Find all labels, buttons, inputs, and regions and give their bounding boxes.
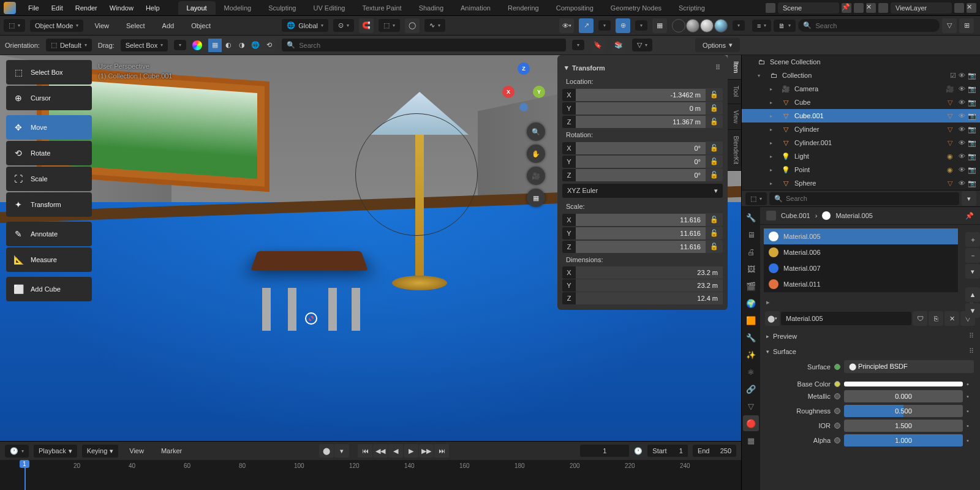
gizmo-y-axis[interactable]: Y [533,86,545,98]
loc-x-lock-icon[interactable]: 🔓 [706,88,723,101]
mat-copy-icon[interactable]: ⎘ [929,311,943,326]
eye-icon[interactable]: 👁 [959,153,965,160]
sidetab-item[interactable]: Item [728,55,741,80]
eye-icon[interactable]: 👁 [959,85,965,93]
mat-down-icon[interactable]: ▼ [965,303,980,318]
tab-scripting[interactable]: Scripting [670,1,714,15]
rot-y-field[interactable]: 0° [576,156,706,168]
outliner-item-cylinder[interactable]: ▸ ▽ Cylinder ▽ 👁📷 [742,123,980,136]
ior-menu-icon[interactable]: • [967,422,974,429]
axis-toggle-2[interactable]: ◐ [222,39,235,52]
ptab-render[interactable]: 🖥 [743,227,759,243]
orientation-dropdown[interactable]: 🌐 Global▾ [282,19,328,32]
filter-dropdown[interactable]: ▽▾ [632,39,652,51]
breadcrumb-mat[interactable]: Material.005 [835,212,873,219]
tab-sculpting[interactable]: Sculpting [260,1,304,15]
outliner-item-light[interactable]: ▸ 💡 Light ◉ 👁📷 [742,149,980,163]
gizmo-toggle-icon[interactable]: ↗ [579,18,594,33]
scale-y-field[interactable]: 11.616 [576,227,706,239]
overlay-toggle-icon[interactable]: ⊕ [616,18,630,33]
outliner-display-dropdown[interactable]: 🗎▾ [774,20,796,32]
axis-toggle-5[interactable]: ⟲ [262,39,276,52]
surface-panel-header[interactable]: ▾Surface⠿ [760,344,980,359]
material-slot-material-007[interactable]: Material.007 [764,260,958,276]
playhead[interactable]: 1 [24,460,26,490]
menu-render[interactable]: Render [69,2,104,14]
ptab-viewlayer[interactable]: 🖼 [743,261,759,277]
gizmo-z-axis[interactable]: Z [518,62,530,75]
mat-fakeuser-icon[interactable]: 🛡 [913,311,927,326]
transform-header[interactable]: ▾Transform⠿ [557,60,728,75]
xray-icon[interactable]: ▦ [652,18,667,33]
render-icon[interactable]: 📷 [968,139,976,147]
bookmark-icon[interactable]: 🔖 [590,38,605,53]
pin-icon[interactable]: 📌 [842,3,851,13]
tool-scale[interactable]: ⛶Scale [6,167,92,191]
menu-file[interactable]: File [22,2,45,14]
tab-shading[interactable]: Shading [410,1,452,15]
outliner-collection[interactable]: ▾🗀Collection ☑👁📷 [742,69,980,82]
loc-y-field[interactable]: 0 m [576,102,706,115]
ptab-data[interactable]: ▽ [743,398,759,414]
nav-gizmo[interactable]: Z X Y [502,62,545,105]
render-icon[interactable]: 📷 [968,126,976,134]
outliner-item-cylinder-001[interactable]: ▸ ▽ Cylinder.001 ▽ 👁📷 [742,136,980,149]
jump-start-icon[interactable]: ⏮ [358,444,372,458]
play-reverse-icon[interactable]: ◀ [388,444,403,458]
overlay-dropdown[interactable]: ▾ [635,20,647,31]
visibility-icon[interactable]: 👁▾ [559,18,574,33]
scale-x-field[interactable]: 11.616 [576,214,706,226]
scale-y-lock-icon[interactable]: 🔓 [706,227,723,239]
start-frame-field[interactable]: Start 1 [647,445,688,457]
hdr-add[interactable]: Add [156,20,181,32]
hdr-object[interactable]: Object [185,20,217,32]
tab-layout[interactable]: Layout [178,1,216,15]
tool-add-cube[interactable]: ⬜Add Cube [6,277,92,301]
close-scene-icon[interactable]: ✕ [866,3,876,13]
tool-cursor[interactable]: ⊕Cursor [6,86,92,110]
dim-y-field[interactable]: 23.2 m [576,279,723,292]
base-color-dot-icon[interactable] [834,381,840,387]
viewlayer-name-field[interactable]: ViewLayer [891,2,952,13]
dim-z-field[interactable]: 12.4 m [576,292,723,304]
mat-up-icon[interactable]: ▲ [965,287,980,302]
collection-eye-icon[interactable]: 👁 [959,72,965,80]
metallic-menu-icon[interactable]: • [967,393,974,400]
material-slot-material-011[interactable]: Material.011 [764,276,958,292]
editor-type-dropdown[interactable]: ⬚▾ [4,19,25,32]
mat-list-expand[interactable]: ▸ ⠿ [760,296,980,309]
keying-menu[interactable]: Keying ▾ [82,445,119,458]
alpha-menu-icon[interactable]: • [967,437,974,444]
axis-toggle-3[interactable]: ◑ [235,39,249,52]
options-button[interactable]: Options▾ [695,38,740,52]
tab-rendering[interactable]: Rendering [499,1,548,15]
tool-rotate[interactable]: ⟲Rotate [6,141,92,165]
scene-icon[interactable] [766,3,775,13]
eye-icon[interactable]: 👁 [959,139,965,147]
loc-z-lock-icon[interactable]: 🔓 [706,115,723,128]
timeline-ruler[interactable]: 1 20 40 60 80 100 120 140 160 180 200 22… [0,460,741,490]
mat-remove-icon[interactable]: － [965,248,980,263]
menu-window[interactable]: Window [104,2,140,14]
tool-move[interactable]: ✥Move [6,115,92,140]
timeline-marker-menu[interactable]: Marker [155,445,188,457]
3d-viewport[interactable]: ⬚Select Box ⊕Cursor ✥Move ⟲Rotate ⛶Scale… [0,55,741,441]
close-layer-icon[interactable]: ✕ [967,3,976,13]
scale-z-field[interactable]: 11.616 [576,241,706,253]
outliner-item-cube-001[interactable]: ▸ ▽ Cube.001 ▽ 👁📷 [742,109,980,123]
hdr-view[interactable]: View [88,20,115,32]
props-search[interactable]: 🔍 Search [769,192,959,205]
base-color-field[interactable] [844,382,963,386]
color-picker-icon[interactable] [192,40,202,50]
tool-transform[interactable]: ✦Transform [6,192,92,217]
pan-icon[interactable]: ✋ [527,145,545,163]
ior-dot-icon[interactable] [834,423,840,429]
tool-measure[interactable]: 📐Measure [6,247,92,272]
rot-z-lock-icon[interactable]: 🔓 [706,168,723,181]
tool-annotate[interactable]: ✎Annotate [6,222,92,246]
gizmo-dropdown[interactable]: ▾ [598,20,611,31]
outliner-item-sphere[interactable]: ▸ ▽ Sphere ▽ 👁📷 [742,176,980,190]
ptab-output[interactable]: 🖨 [743,244,759,260]
material-name-field[interactable]: Material.005 [781,312,911,325]
scale-z-lock-icon[interactable]: 🔓 [706,240,723,253]
